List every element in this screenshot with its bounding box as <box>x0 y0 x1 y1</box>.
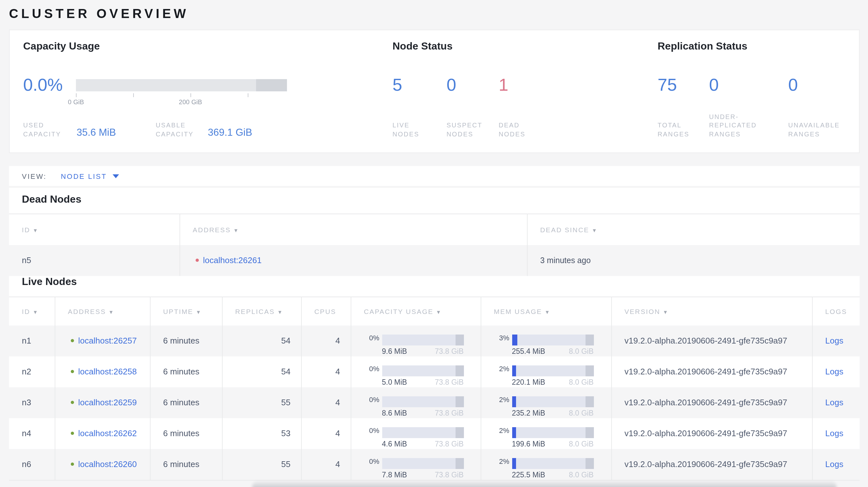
mem-meter-fill <box>512 334 517 345</box>
axis-tick <box>190 93 191 97</box>
logs-cell: Logs <box>812 387 860 418</box>
node-address-link[interactable]: localhost:26262 <box>78 428 137 438</box>
replicas-cell: 53 <box>222 418 301 449</box>
node-address-link[interactable]: localhost:26260 <box>78 459 137 469</box>
suspect-nodes-count: 0 <box>446 75 456 95</box>
table-row: n6 localhost:26260 6 minutes 55 4 0% 7.8… <box>9 449 860 480</box>
capacity-usage-cell: 0% 9.6 MiB73.8 GiB <box>351 325 480 356</box>
capacity-usage-panel: Capacity Usage 0.0% 0 GiB 200 GiB USED C… <box>23 30 300 153</box>
dead-col-dead-since[interactable]: DEAD SINCE▼ <box>527 214 860 245</box>
live-status-dot-icon <box>70 401 74 404</box>
mem-total-value: 8.0 GiB <box>569 347 594 355</box>
logs-cell: Logs <box>812 449 860 480</box>
dead-status-dot-icon <box>195 259 198 262</box>
mem-usage-cell: 2% 199.6 MiB8.0 GiB <box>480 418 611 449</box>
node-id-cell: n4 <box>9 418 55 449</box>
live-col-capacity[interactable]: CAPACITY USAGE▼ <box>351 297 480 325</box>
node-address-link[interactable]: localhost:26258 <box>78 367 137 376</box>
capacity-total-value: 73.8 GiB <box>435 378 464 386</box>
live-col-address[interactable]: ADDRESS▼ <box>55 297 150 325</box>
axis-tick <box>248 93 248 97</box>
view-label: VIEW: <box>22 172 46 180</box>
node-address-cell: localhost:26262 <box>55 418 150 449</box>
axis-tick <box>133 93 134 97</box>
capacity-usage-cell: 0% 7.8 MiB73.8 GiB <box>351 449 480 480</box>
version-cell: v19.2.0-alpha.20190606-2491-gfe735c9a97 <box>611 449 812 480</box>
capacity-total-value: 73.8 GiB <box>435 409 464 417</box>
live-col-uptime[interactable]: UPTIME▼ <box>150 297 222 325</box>
view-dropdown[interactable]: NODE LIST <box>61 172 119 180</box>
logs-link[interactable]: Logs <box>825 428 843 438</box>
uptime-cell: 6 minutes <box>150 325 222 356</box>
chevron-down-icon <box>113 174 119 178</box>
version-cell: v19.2.0-alpha.20190606-2491-gfe735c9a97 <box>611 356 812 387</box>
capacity-meter-bar <box>382 427 464 438</box>
node-status-title: Node Status <box>393 40 453 52</box>
node-id-cell: n1 <box>9 325 55 356</box>
view-selector-bar: VIEW: NODE LIST <box>9 166 860 186</box>
live-col-replicas[interactable]: REPLICAS▼ <box>222 297 301 325</box>
mem-usage-cell: 3% 255.4 MiB8.0 GiB <box>480 325 611 356</box>
node-address-link[interactable]: localhost:26257 <box>78 336 137 346</box>
logs-link[interactable]: Logs <box>825 336 843 346</box>
unavailable-count: 0 <box>788 75 798 95</box>
dead-col-id[interactable]: ID▼ <box>9 214 180 245</box>
logs-link[interactable]: Logs <box>825 459 843 469</box>
capacity-usage-bar <box>76 79 287 91</box>
mem-usage-cell: 2% 235.2 MiB8.0 GiB <box>480 387 611 418</box>
capacity-total-value: 73.8 GiB <box>435 470 464 478</box>
uptime-cell: 6 minutes <box>150 356 222 387</box>
mem-meter-bar <box>512 396 594 407</box>
logs-link[interactable]: Logs <box>825 397 843 407</box>
mem-used-value: 220.1 MiB <box>512 378 545 386</box>
capacity-used-value: 5.0 MiB <box>382 378 407 386</box>
live-nodes-count: 5 <box>393 75 402 95</box>
dead-nodes-count: 1 <box>499 75 508 95</box>
uptime-cell: 6 minutes <box>150 418 222 449</box>
capacity-usage-cell: 0% 4.6 MiB73.8 GiB <box>351 418 480 449</box>
usable-capacity-value: 369.1 GiB <box>208 127 252 138</box>
capacity-percent-label: 0% <box>351 426 379 434</box>
cluster-summary-card: Capacity Usage 0.0% 0 GiB 200 GiB USED C… <box>9 30 860 153</box>
mem-used-value: 235.2 MiB <box>512 409 545 417</box>
node-address-link[interactable]: localhost:26259 <box>78 397 137 407</box>
sort-arrow-icon: ▼ <box>436 310 442 315</box>
dead-col-address[interactable]: ADDRESS▼ <box>180 214 527 245</box>
sort-arrow-icon: ▼ <box>592 228 597 233</box>
sort-arrow-icon: ▼ <box>663 310 669 315</box>
uptime-cell: 6 minutes <box>150 387 222 418</box>
cpus-cell: 4 <box>301 356 351 387</box>
logs-cell: Logs <box>812 325 860 356</box>
node-id-cell: n3 <box>9 387 55 418</box>
logs-link[interactable]: Logs <box>825 367 843 376</box>
mem-percent-label: 3% <box>481 333 509 341</box>
cpus-cell: 4 <box>301 325 351 356</box>
axis-tick-label: 200 GiB <box>171 98 210 105</box>
replication-status-title: Replication Status <box>658 40 747 52</box>
usable-capacity-label: USABLE CAPACITY <box>156 121 194 138</box>
live-col-version[interactable]: VERSION▼ <box>611 297 812 325</box>
node-address-cell: localhost:26259 <box>55 387 150 418</box>
dead-table-header-row: ID▼ ADDRESS▼ DEAD SINCE▼ <box>9 214 860 245</box>
mem-used-value: 255.4 MiB <box>512 347 545 355</box>
dead-since-cell: 3 minutes ago <box>527 245 860 276</box>
table-row: n5 localhost:26261 3 minutes ago <box>9 245 860 276</box>
live-nodes-label: LIVE NODES <box>393 121 419 138</box>
live-col-id[interactable]: ID▼ <box>9 297 55 325</box>
node-id-cell: n5 <box>9 245 180 276</box>
under-replicated-count: 0 <box>709 75 719 95</box>
under-replicated-label: UNDER- REPLICATED RANGES <box>709 112 757 138</box>
live-col-mem[interactable]: MEM USAGE▼ <box>480 297 611 325</box>
mem-meter-bar <box>512 427 594 438</box>
live-status-dot-icon <box>70 462 74 466</box>
sort-arrow-icon: ▼ <box>233 228 239 233</box>
sort-arrow-icon: ▼ <box>196 310 202 315</box>
node-address-link[interactable]: localhost:26261 <box>203 255 261 265</box>
mem-percent-label: 2% <box>481 395 509 403</box>
capacity-meter-bar <box>382 334 464 345</box>
capacity-total-value: 73.8 GiB <box>435 347 464 355</box>
sort-arrow-icon: ▼ <box>277 310 283 315</box>
capacity-total-value: 73.8 GiB <box>435 440 464 448</box>
dead-nodes-table: ID▼ ADDRESS▼ DEAD SINCE▼ n5 localhost:26… <box>9 214 860 276</box>
axis-tick-label: 0 GiB <box>57 98 95 105</box>
